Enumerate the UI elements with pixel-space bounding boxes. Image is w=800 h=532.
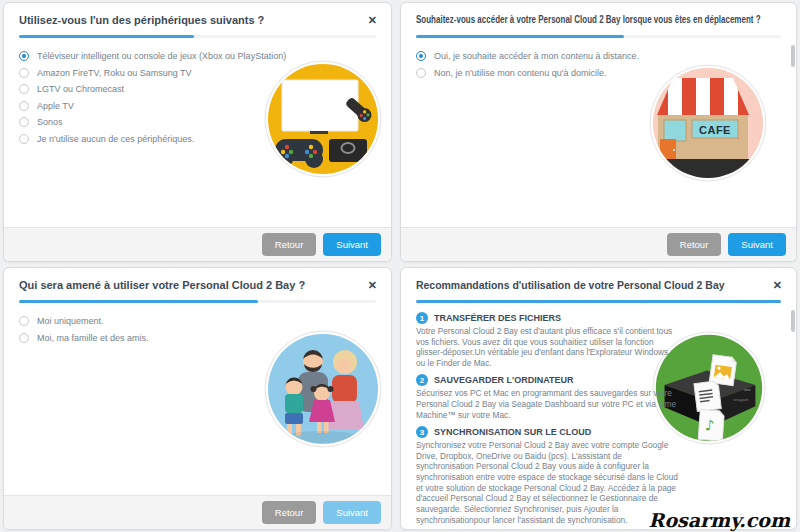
wizard-progress-fill — [19, 35, 194, 38]
options-list: Oui, je souhaite accéder à mon contenu à… — [416, 51, 796, 78]
step-2-badge: 2 — [416, 374, 428, 386]
dialog-recommendations: Recommandations d'utilisation de votre P… — [400, 267, 797, 530]
dialog-footer: Retour Suivant — [401, 227, 796, 261]
step-3-badge: 3 — [416, 426, 428, 438]
step-1-badge: 1 — [416, 312, 428, 324]
dialog-header: Recommandations d'utilisation de votre P… — [401, 268, 796, 292]
cafe-illustration: CAFE — [648, 63, 768, 187]
radio-option-family-friends[interactable]: Moi, ma famille et des amis. — [19, 333, 391, 343]
section-body: Sécurisez vos PC et Mac en programmant d… — [416, 388, 678, 420]
back-button[interactable]: Retour — [262, 501, 317, 524]
section-backup-computer: 2 SAUVEGARDER L'ORDINATEUR Sécurisez vos… — [416, 374, 678, 420]
next-button[interactable]: Suivant — [323, 233, 381, 256]
radio-option-remote-no[interactable]: Non, je n'utilise mon contenu qu'à domic… — [416, 68, 796, 78]
svg-text:♪: ♪ — [704, 417, 714, 434]
radio-icon — [19, 84, 29, 94]
dialog-title: Utilisez-vous l'un des périphériques sui… — [19, 14, 264, 26]
dialog-title: Recommandations d'utilisation de votre P… — [416, 279, 725, 291]
next-button[interactable]: Suivant — [323, 501, 381, 524]
dialog-footer: Retour Suivant — [4, 495, 391, 529]
wizard-progress-track — [19, 35, 376, 38]
back-button[interactable]: Retour — [262, 233, 317, 256]
dialog-users-question: Qui sera amené à utiliser votre Personal… — [3, 267, 392, 530]
wizard-progress-fill — [19, 300, 258, 303]
dialog-footer: Retour Suivant — [4, 227, 391, 261]
scrollbar-thumb[interactable] — [791, 45, 795, 67]
radio-option-sonos[interactable]: Sonos — [19, 117, 391, 127]
nas-brand-label: seagate — [733, 397, 749, 402]
dialog-header: Souhaitez-vous accéder à votre Personal … — [401, 3, 796, 27]
family-illustration — [263, 329, 383, 453]
radio-icon — [416, 68, 426, 78]
radio-icon — [19, 134, 29, 144]
radio-icon — [19, 117, 29, 127]
options-list: Moi uniquement. Moi, ma famille et des a… — [19, 316, 391, 343]
wizard-progress-track — [416, 300, 781, 303]
close-icon[interactable]: ✕ — [366, 279, 379, 292]
section-heading: 1 TRANSFÉRER DES FICHIERS — [416, 312, 678, 324]
radio-icon — [416, 51, 426, 61]
wizard-progress-fill — [416, 300, 781, 303]
dialog-title: Qui sera amené à utiliser votre Personal… — [19, 279, 305, 291]
dialog-header: Utilisez-vous l'un des périphériques sui… — [4, 3, 391, 27]
text-file-icon — [694, 381, 721, 412]
radio-option-firetv[interactable]: Amazon FireTV, Roku ou Samsung TV — [19, 68, 391, 78]
radio-option-lgtv[interactable]: LGTV ou Chromecast — [19, 84, 391, 94]
music-file-icon: ♪ — [698, 409, 724, 441]
dialog-devices-question: Utilisez-vous l'un des périphériques sui… — [3, 2, 392, 262]
close-icon[interactable]: ✕ — [366, 14, 379, 27]
section-body: Votre Personal Cloud 2 Bay est d'autant … — [416, 326, 678, 368]
radio-option-remote-yes[interactable]: Oui, je souhaite accéder à mon contenu à… — [416, 51, 796, 61]
radio-option-smart-tv[interactable]: Téléviseur intelligent ou console de jeu… — [19, 51, 391, 61]
storefront-icon: CAFE — [654, 77, 752, 161]
watermark: Rosarmy.com — [649, 509, 790, 531]
radio-option-none[interactable]: Je n'utilise aucun de ces périphériques. — [19, 134, 391, 144]
radio-option-apple-tv[interactable]: Apple TV — [19, 101, 391, 111]
radio-option-me-only[interactable]: Moi uniquement. — [19, 316, 391, 326]
radio-icon — [19, 51, 29, 61]
wizard-progress-track — [19, 300, 376, 303]
wizard-screens-grid: Utilisez-vous l'un des périphériques sui… — [0, 0, 800, 532]
scrollbar-thumb[interactable] — [791, 310, 795, 332]
recommendations-content: 1 TRANSFÉRER DES FICHIERS Votre Personal… — [416, 312, 678, 525]
section-cloud-sync: 3 SYNCHRONISATION SUR LE CLOUD Synchroni… — [416, 426, 678, 525]
section-heading: 3 SYNCHRONISATION SUR LE CLOUD — [416, 426, 678, 438]
back-button[interactable]: Retour — [667, 233, 722, 256]
cafe-sign-label: CAFE — [699, 124, 731, 136]
section-transfer-files: 1 TRANSFÉRER DES FICHIERS Votre Personal… — [416, 312, 678, 368]
wizard-progress-fill — [416, 35, 624, 38]
radio-icon — [19, 333, 29, 343]
options-list: Téléviseur intelligent ou console de jeu… — [19, 51, 391, 144]
section-body: Synchronisez votre Personal Cloud 2 Bay … — [416, 440, 678, 525]
section-heading: 2 SAUVEGARDER L'ORDINATEUR — [416, 374, 678, 386]
dialog-header: Qui sera amené à utiliser votre Personal… — [4, 268, 391, 292]
radio-icon — [19, 316, 29, 326]
dialog-remote-access-question: Souhaitez-vous accéder à votre Personal … — [400, 2, 797, 262]
radio-icon — [19, 101, 29, 111]
next-button[interactable]: Suivant — [728, 233, 786, 256]
close-icon[interactable]: ✕ — [771, 279, 784, 292]
radio-icon — [19, 68, 29, 78]
wizard-progress-track — [416, 35, 781, 38]
dialog-title: Souhaitez-vous accéder à votre Personal … — [416, 14, 761, 25]
